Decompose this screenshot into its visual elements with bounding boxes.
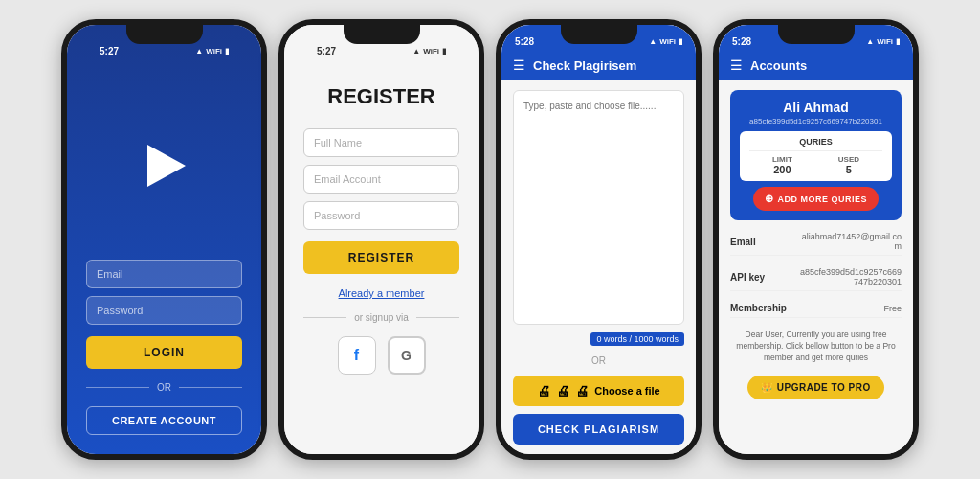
app-logo — [136, 137, 193, 194]
email-row: Email aliahmad71452@gmail.com — [730, 228, 902, 256]
check-header: ☰ Check Plagirisem — [501, 52, 696, 80]
notch-2 — [344, 25, 420, 44]
notch-1 — [126, 25, 203, 44]
membership-value: Free — [883, 304, 902, 313]
membership-row: Membership Free — [730, 299, 902, 318]
battery-icon-account: ▮ — [896, 37, 900, 46]
api-key-row: API key a85cfe399d5d1c9257c669747b220301 — [730, 263, 902, 291]
user-name: Ali Ahmad — [740, 100, 892, 115]
account-content: Ali Ahmad a85cfe399d5d1c9257c669747b2203… — [719, 80, 913, 454]
plagiarism-text-input[interactable] — [513, 90, 684, 325]
plus-icon: ⊕ — [765, 193, 774, 205]
queries-box: QURIES LIMIT 200 USED 5 — [740, 131, 892, 181]
status-icons-account: ▲ WiFi ▮ — [866, 37, 900, 46]
upgrade-button[interactable]: 👑 UPGRADE TO PRO — [747, 376, 883, 399]
already-member-link[interactable]: Already a member — [303, 287, 459, 299]
file-icon-2: 🖨 — [556, 383, 569, 399]
account-header: ☰ Accounts — [719, 52, 913, 80]
facebook-button[interactable]: f — [338, 336, 376, 375]
login-form: LOGIN OR CREATE ACCOUNT — [86, 260, 242, 435]
check-plagiarism-button[interactable]: CHECK PLAGIARISM — [513, 414, 684, 445]
svg-marker-0 — [147, 145, 186, 187]
limit-col: LIMIT 200 — [772, 155, 792, 175]
or-divider-register: or signup via — [303, 312, 459, 323]
status-time-account: 5:28 — [732, 36, 751, 47]
queries-title: QURIES — [749, 137, 882, 147]
status-time-login: 5:27 — [100, 46, 119, 57]
notch-4 — [778, 25, 855, 44]
password-reg-input[interactable] — [303, 201, 459, 230]
register-button[interactable]: REGISTER — [303, 241, 459, 274]
api-key-label: API key — [730, 272, 765, 283]
user-api-display: a85cfe399d5d1c9257c669747b220301 — [740, 117, 892, 125]
notch-3 — [561, 25, 637, 44]
wifi-icon: WiFi — [206, 47, 222, 56]
signal-icon: ▲ — [195, 47, 203, 56]
phone-account: 5:28 ▲ WiFi ▮ ☰ Accounts Ali Ahmad a85cf… — [713, 19, 919, 460]
wifi-icon-check: WiFi — [659, 37, 676, 46]
status-time-register: 5:27 — [317, 46, 336, 57]
used-col: USED 5 — [838, 155, 859, 175]
signal-icon-account: ▲ — [866, 37, 874, 46]
word-count-label: 0 words / 1000 words — [590, 332, 684, 346]
email-value: aliahmad71452@gmail.com — [796, 232, 902, 251]
add-queries-label: ADD MORE QURIES — [777, 194, 867, 204]
battery-icon: ▮ — [225, 47, 229, 56]
hamburger-icon-check[interactable]: ☰ — [513, 57, 525, 73]
hamburger-icon-account[interactable]: ☰ — [730, 57, 743, 73]
account-header-title: Accounts — [750, 58, 807, 73]
phone-register: 5:27 ▲ WiFi ▮ REGISTER REGISTER Already … — [278, 19, 484, 460]
login-button[interactable]: LOGIN — [86, 336, 242, 369]
or-text-check: OR — [513, 355, 684, 366]
api-key-value: a85cfe399d5d1c9257c669747b220301 — [796, 267, 902, 286]
wifi-icon-account: WiFi — [877, 37, 893, 46]
battery-icon-reg: ▮ — [442, 47, 446, 56]
password-input[interactable] — [86, 296, 242, 325]
add-queries-button[interactable]: ⊕ ADD MORE QURIES — [753, 187, 879, 211]
status-icons-check: ▲ WiFi ▮ — [649, 37, 682, 46]
file-icon-3: 🖨 — [575, 383, 589, 399]
file-icon-1: 🖨 — [537, 383, 550, 399]
logo-area — [136, 71, 193, 260]
or-divider-login: OR — [86, 382, 242, 393]
used-value: 5 — [838, 164, 859, 175]
check-header-title: Check Plagirisem — [533, 58, 636, 73]
limit-label: LIMIT — [772, 155, 792, 164]
check-content: 0 words / 1000 words OR 🖨 🖨 🖨 Choose a f… — [501, 80, 696, 454]
battery-icon-check: ▮ — [679, 37, 682, 46]
register-title: REGISTER — [327, 84, 434, 109]
status-icons-register: ▲ WiFi ▮ — [412, 47, 446, 56]
membership-note: Dear User, Currently you are using free … — [730, 326, 902, 368]
phone-login: 5:27 ▲ WiFi ▮ LOGIN OR CREATE ACC — [61, 19, 267, 460]
user-card: Ali Ahmad a85cfe399d5d1c9257c669747b2203… — [730, 90, 902, 220]
fullname-input[interactable] — [303, 128, 459, 157]
limit-value: 200 — [772, 164, 792, 175]
or-signup-text: or signup via — [354, 312, 409, 323]
social-buttons: f G — [303, 336, 459, 375]
register-form: REGISTER Already a member or signup via … — [303, 128, 459, 375]
choose-file-button[interactable]: 🖨 🖨 🖨 Choose a file — [513, 376, 684, 406]
status-time-check: 5:28 — [515, 36, 534, 47]
create-account-button[interactable]: CREATE ACCOUNT — [86, 406, 242, 435]
signal-icon-check: ▲ — [649, 37, 657, 46]
email-label: Email — [730, 237, 756, 247]
choose-file-label: Choose a file — [594, 385, 659, 397]
membership-label: Membership — [730, 303, 787, 313]
status-icons-login: ▲ WiFi ▮ — [195, 47, 229, 56]
phone-check-plagiarism: 5:28 ▲ WiFi ▮ ☰ Check Plagirisem 0 words… — [496, 19, 702, 460]
queries-row: LIMIT 200 USED 5 — [749, 150, 882, 175]
used-label: USED — [838, 155, 859, 164]
signal-icon-reg: ▲ — [412, 47, 420, 56]
email-input[interactable] — [86, 260, 242, 288]
google-button[interactable]: G — [388, 336, 426, 375]
email-account-input[interactable] — [303, 165, 459, 194]
upgrade-label: UPGRADE TO PRO — [777, 382, 871, 393]
wifi-icon-reg: WiFi — [423, 47, 439, 56]
or-text-login: OR — [157, 382, 171, 393]
crown-icon: 👑 — [761, 382, 773, 393]
